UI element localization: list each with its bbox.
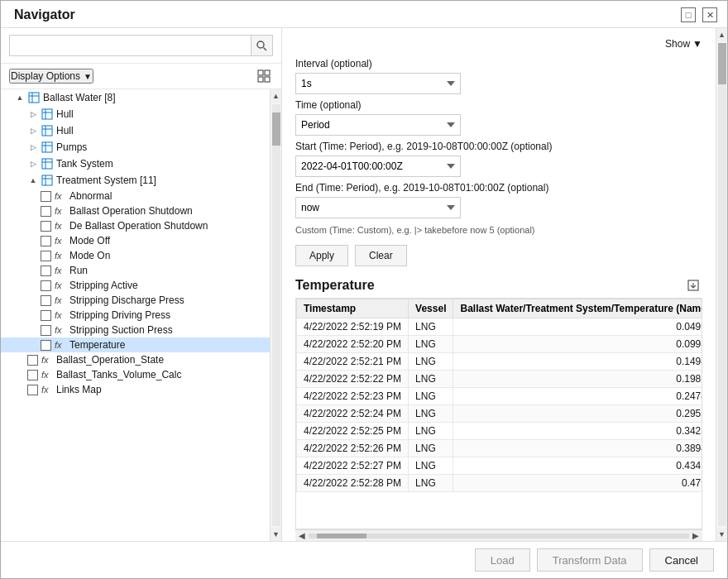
hull1-label: Hull <box>56 108 74 120</box>
right-scroll-thumb <box>718 43 726 84</box>
tree-item-mode-off[interactable]: fx Mode Off <box>1 233 270 248</box>
stripping-driving-press-label: Stripping Driving Press <box>69 309 170 321</box>
cell-timestamp: 4/22/2022 2:52:23 PM <box>297 388 409 405</box>
title-bar-controls: □ ✕ <box>681 7 717 22</box>
custom-label: Custom (Time: Custom), e.g. |> takebefor… <box>295 225 702 235</box>
interval-select[interactable]: 1s5s10s1m <box>295 73 461 94</box>
fx-icon-stripping-suction-press: fx <box>55 325 66 335</box>
checkbox-links-map[interactable] <box>27 385 38 395</box>
left-panel: Display Options ▼ ▲ <box>1 28 282 541</box>
ballast-tanks-vol-label: Ballast_Tanks_Volume_Calc <box>56 369 181 380</box>
checkbox-abnormal[interactable] <box>41 191 51 202</box>
tree-item-stripping-driving-press[interactable]: fx Stripping Driving Press <box>1 308 270 323</box>
tree-item-abnormal[interactable]: fx Abnormal <box>1 189 270 203</box>
cell-value: 0.38941 <box>453 440 702 457</box>
checkbox-stripping-suction-press[interactable] <box>41 325 51 336</box>
stripping-suction-press-label: Stripping Suction Press <box>69 324 173 336</box>
checkbox-ballast-tanks-vol[interactable] <box>27 370 38 380</box>
start-select[interactable]: 2022-04-01T00:00:00Z <box>295 156 461 177</box>
settings-icon <box>257 69 271 83</box>
cell-vessel: LNG <box>409 388 453 405</box>
checkbox-de-ballast-op-shutdown[interactable] <box>41 221 51 232</box>
cell-timestamp: 4/22/2022 2:52:21 PM <box>297 353 409 371</box>
tree-item-tank-system[interactable]: ▷ Tank System <box>1 156 270 172</box>
checkbox-mode-off[interactable] <box>41 236 51 246</box>
tree-item-stripping-discharge-press[interactable]: fx Stripping Discharge Press <box>1 293 270 308</box>
tree-item-hull-1[interactable]: ▷ Hull <box>1 106 270 122</box>
search-button[interactable] <box>251 35 273 56</box>
tree-item-hull-2[interactable]: ▷ Hull <box>1 122 270 139</box>
h-scroll-right-button[interactable]: ▶ <box>692 531 699 540</box>
checkbox-stripping-discharge-press[interactable] <box>41 295 51 306</box>
right-scroll-up-button[interactable]: ▲ <box>716 28 728 41</box>
tree-scroll-up-button[interactable]: ▲ <box>271 89 282 103</box>
tree-item-de-ballast-op-shutdown[interactable]: fx De Ballast Operation Shutdown <box>1 218 270 233</box>
cell-value: 0.34285 <box>453 423 702 440</box>
tree-item-ballast-water[interactable]: ▲ Ballast Water [8] <box>1 89 270 106</box>
close-button[interactable]: ✕ <box>702 7 717 22</box>
stripping-discharge-press-label: Stripping Discharge Press <box>69 294 184 306</box>
svg-rect-5 <box>265 77 270 82</box>
show-label: Show <box>665 38 690 50</box>
right-scroll-down-button[interactable]: ▼ <box>716 528 728 541</box>
cell-vessel: LNG <box>409 423 453 440</box>
table-icon-treatment-system <box>41 174 54 187</box>
checkbox-ballast-op-state[interactable] <box>27 355 38 366</box>
display-options-button[interactable]: Display Options ▼ <box>9 69 93 84</box>
interval-field-row: Interval (optional) 1s5s10s1m <box>295 58 702 94</box>
tree-item-pumps[interactable]: ▷ Pumps <box>1 139 270 156</box>
cell-vessel: LNG <box>409 440 453 457</box>
cancel-button[interactable]: Cancel <box>649 548 714 572</box>
tree-item-temperature[interactable]: fx Temperature <box>1 337 270 352</box>
table-export-button[interactable] <box>684 276 702 294</box>
tree-item-ballast-tanks-vol[interactable]: fx Ballast_Tanks_Volume_Calc <box>1 367 270 382</box>
checkbox-stripping-active[interactable] <box>41 280 51 291</box>
show-button[interactable]: Show ▼ <box>665 38 702 50</box>
data-table-wrapper[interactable]: Timestamp Vessel Ballast Water/Treatment… <box>295 298 702 529</box>
transform-data-button[interactable]: Transform Data <box>537 548 643 572</box>
tree-item-links-map[interactable]: fx Links Map <box>1 382 270 397</box>
expand-hull2-icon: ▷ <box>27 125 39 136</box>
checkbox-ballast-op-shutdown[interactable] <box>41 206 51 217</box>
tree-item-stripping-suction-press[interactable]: fx Stripping Suction Press <box>1 323 270 337</box>
svg-rect-4 <box>258 77 263 82</box>
search-row <box>1 28 281 64</box>
end-select[interactable]: nowtoday <box>295 197 461 218</box>
tree-content[interactable]: ▲ Ballast Water [8] ▷ Hull <box>1 89 270 541</box>
tree-item-ballast-op-shutdown[interactable]: fx Ballast Operation Shutdown <box>1 203 270 218</box>
tree-item-treatment-system[interactable]: ▲ Treatment System [11] <box>1 172 270 189</box>
cell-value: 0.14943 <box>453 353 702 371</box>
tree-item-run[interactable]: fx Run <box>1 263 270 278</box>
table-icon-hull1 <box>41 108 54 121</box>
col-value: Ballast Water/Treatment System/Temperatu… <box>453 299 702 318</box>
svg-point-0 <box>257 41 264 48</box>
search-input[interactable] <box>9 35 251 56</box>
svg-rect-12 <box>42 126 52 136</box>
col-vessel: Vessel <box>409 299 453 318</box>
fx-icon-mode-off: fx <box>55 236 66 246</box>
tree-item-stripping-active[interactable]: fx Stripping Active <box>1 278 270 293</box>
ballast-op-state-label: Ballast_Operation_State <box>56 354 164 366</box>
load-button[interactable]: Load <box>475 548 530 572</box>
fx-icon-stripping-driving-press: fx <box>55 310 66 320</box>
expand-tank-system-icon: ▷ <box>27 158 39 170</box>
h-scroll-left-button[interactable]: ◀ <box>299 531 305 540</box>
time-select[interactable]: PeriodCustomLatest <box>295 114 461 136</box>
apply-button[interactable]: Apply <box>295 245 348 266</box>
table-row: 4/22/2022 2:52:20 PM LNG 0.09983 <box>297 336 703 353</box>
checkbox-mode-on[interactable] <box>41 251 51 261</box>
fx-icon-stripping-active: fx <box>55 280 66 290</box>
tree-item-mode-on[interactable]: fx Mode On <box>1 248 270 263</box>
clear-button[interactable]: Clear <box>355 245 407 266</box>
tree-scroll-down-button[interactable]: ▼ <box>271 528 282 541</box>
minimize-button[interactable]: □ <box>681 7 696 22</box>
de-ballast-op-shutdown-label: De Ballast Operation Shutdown <box>69 220 208 232</box>
table-h-scroll: ◀ ▶ <box>295 529 702 541</box>
checkbox-temperature[interactable] <box>41 340 51 351</box>
checkbox-stripping-driving-press[interactable] <box>41 310 51 321</box>
right-outer: Show ▼ Interval (optional) 1s5s10s1m Tim… <box>282 28 727 541</box>
custom-field-row: Custom (Time: Custom), e.g. |> takebefor… <box>295 223 702 237</box>
checkbox-run[interactable] <box>41 266 51 276</box>
settings-button[interactable] <box>255 67 273 85</box>
tree-item-ballast-op-state[interactable]: fx Ballast_Operation_State <box>1 352 270 367</box>
